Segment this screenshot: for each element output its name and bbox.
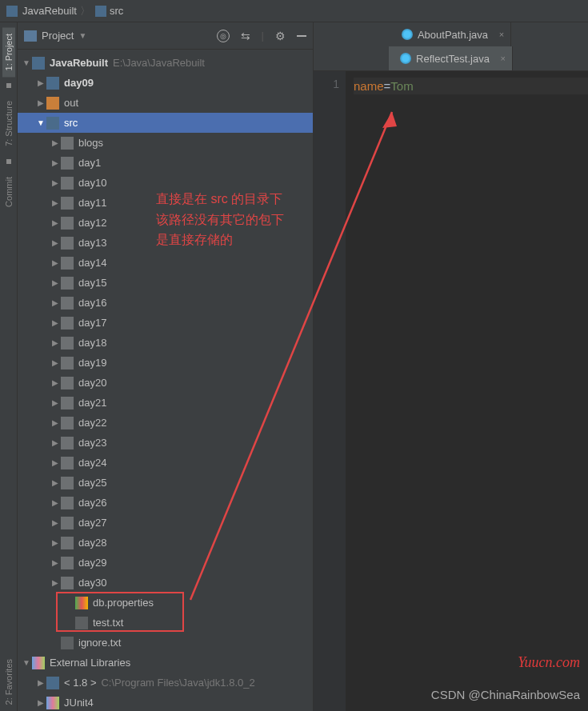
folder-icon: [61, 397, 74, 409]
tree-label: day25: [78, 477, 106, 489]
editor-area: AboutPath.java × ReflectTest.java × 1 na…: [314, 22, 588, 711]
code-eq: =: [384, 79, 391, 93]
tree-folder-day10[interactable]: day10: [18, 173, 313, 193]
tree-folder-day24[interactable]: day24: [18, 453, 313, 473]
tree-folder-day29[interactable]: day29: [18, 553, 313, 573]
breadcrumb-project[interactable]: JavaRebuilt: [22, 5, 77, 17]
tree-label: day27: [78, 517, 106, 529]
gutter-tab-commit[interactable]: Commit: [2, 170, 15, 214]
tree-folder-out[interactable]: out: [18, 93, 313, 113]
folder-icon: [61, 537, 74, 549]
module-icon: [32, 57, 45, 70]
tree-folder-blogs[interactable]: blogs: [18, 133, 313, 153]
library-icon: [46, 697, 59, 709]
tree-folder-day1[interactable]: day1: [18, 153, 313, 173]
hide-icon[interactable]: [297, 35, 306, 37]
folder-icon: [61, 297, 74, 310]
folder-icon: [61, 237, 74, 250]
close-icon[interactable]: ×: [500, 54, 505, 63]
folder-icon: [61, 497, 74, 509]
tree-label: JavaRebuilt: [50, 57, 108, 69]
tree-folder-day21[interactable]: day21: [18, 393, 313, 413]
tab-bar: AboutPath.java × ReflectTest.java ×: [314, 22, 588, 71]
divider: |: [262, 30, 264, 42]
folder-icon: [61, 557, 74, 569]
tree-label: External Libraries: [50, 657, 130, 669]
tab-reflecttest[interactable]: ReflectTest.java ×: [389, 46, 513, 70]
expand-icon[interactable]: ⇆: [241, 30, 250, 42]
tab-aboutpath[interactable]: AboutPath.java ×: [390, 22, 511, 46]
tree-label: ignore.txt: [78, 637, 121, 649]
tab-label: ReflectTest.java: [416, 53, 490, 65]
tree-folder-day09[interactable]: day09: [18, 73, 313, 93]
gear-icon[interactable]: [275, 30, 286, 42]
breadcrumb-sep: 〉: [80, 4, 90, 18]
folder-icon: [61, 357, 74, 369]
tree-label: day30: [78, 577, 106, 589]
java-file-icon: [400, 53, 411, 64]
code-content[interactable]: name=Tom: [346, 71, 588, 711]
tree-label: day28: [78, 537, 106, 549]
tree-label: day12: [78, 217, 106, 229]
panel-title[interactable]: Project: [42, 30, 74, 42]
tree-label: day09: [64, 77, 94, 89]
tree-label: day18: [78, 337, 106, 349]
tree-jdk[interactable]: < 1.8 > C:\Program Files\Java\jdk1.8.0_2: [18, 673, 313, 693]
breadcrumb-folder[interactable]: src: [110, 5, 123, 17]
tree-folder-day19[interactable]: day19: [18, 353, 313, 373]
tree-file-db-properties[interactable]: db.properties: [18, 593, 313, 613]
tree-label: day24: [78, 457, 106, 469]
tree-label: out: [64, 97, 78, 109]
tree-label: day11: [78, 197, 106, 209]
tree-folder-day27[interactable]: day27: [18, 513, 313, 533]
dropdown-icon[interactable]: ▼: [78, 31, 86, 40]
text-file-icon: [61, 637, 74, 649]
tree-root[interactable]: JavaRebuilt E:\Java\JavaRebuilt: [18, 53, 313, 73]
tree-folder-day13[interactable]: day13: [18, 233, 313, 253]
tree-label: day17: [78, 317, 106, 329]
tree-folder-day18[interactable]: day18: [18, 333, 313, 353]
tree-folder-day20[interactable]: day20: [18, 373, 313, 393]
folder-icon: [61, 277, 74, 290]
gutter-tab-favorites[interactable]: 2: Favorites: [2, 653, 15, 711]
tree-label: day29: [78, 557, 106, 569]
project-tree[interactable]: JavaRebuilt E:\Java\JavaRebuilt day09 ou…: [18, 50, 313, 711]
gutter-tab-project[interactable]: 1: Project: [2, 27, 15, 77]
tree-folder-day26[interactable]: day26: [18, 493, 313, 513]
tree-folder-day28[interactable]: day28: [18, 533, 313, 553]
folder-icon: [61, 457, 74, 469]
tree-folder-day23[interactable]: day23: [18, 433, 313, 453]
tree-folder-day22[interactable]: day22: [18, 413, 313, 433]
tree-folder-day16[interactable]: day16: [18, 293, 313, 313]
tree-external-libraries[interactable]: External Libraries: [18, 653, 313, 673]
tree-folder-day17[interactable]: day17: [18, 313, 313, 333]
tree-folder-day15[interactable]: day15: [18, 273, 313, 293]
code-value: Tom: [390, 79, 413, 93]
tree-label: day16: [78, 297, 106, 309]
code-key: name: [354, 79, 384, 93]
tree-folder-day25[interactable]: day25: [18, 473, 313, 493]
tree-folder-day30[interactable]: day30: [18, 573, 313, 593]
tree-junit[interactable]: JUnit4: [18, 693, 313, 711]
tree-label: JUnit4: [64, 697, 94, 709]
locate-icon[interactable]: ◎: [217, 30, 230, 42]
close-icon[interactable]: ×: [499, 30, 504, 39]
tree-folder-day11[interactable]: day11: [18, 193, 313, 213]
breadcrumb[interactable]: JavaRebuilt 〉 src: [0, 0, 588, 22]
jdk-icon: [46, 677, 59, 689]
code-editor[interactable]: 1 name=Tom: [314, 71, 588, 711]
tree-file-test-txt[interactable]: test.txt: [18, 613, 313, 633]
tree-label: src: [64, 117, 78, 129]
folder-icon: [61, 417, 74, 429]
line-number-gutter: 1: [314, 71, 346, 711]
folder-icon: [95, 6, 106, 17]
project-icon: [6, 6, 18, 17]
folder-icon: [61, 337, 74, 350]
tree-folder-day14[interactable]: day14: [18, 253, 313, 273]
tree-folder-src[interactable]: src: [18, 113, 313, 133]
tree-label: day20: [78, 377, 106, 389]
folder-icon: [61, 477, 74, 489]
tree-folder-day12[interactable]: day12: [18, 213, 313, 233]
tree-file-ignore-txt[interactable]: ignore.txt: [18, 633, 313, 653]
gutter-tab-structure[interactable]: 7: Structure: [2, 94, 15, 153]
